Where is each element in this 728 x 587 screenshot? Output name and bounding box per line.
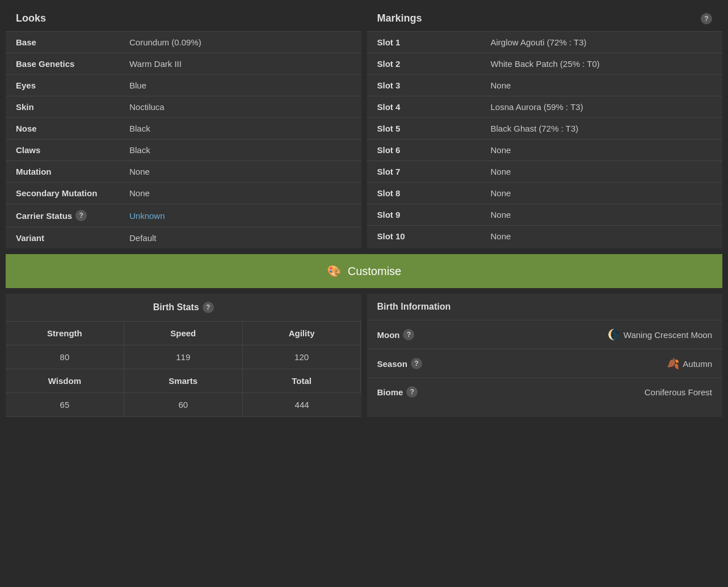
markings-row: Slot 6None <box>367 140 723 161</box>
biome-value: Coniferous Forest <box>645 387 712 397</box>
looks-row-value: Black <box>129 145 351 155</box>
markings-slot-value: White Back Patch (25% : T0) <box>491 59 713 69</box>
season-label: Season ? <box>377 358 422 369</box>
season-value-text: Autumn <box>683 359 712 369</box>
markings-slot-label: Slot 8 <box>377 188 491 198</box>
biome-label-text: Biome <box>377 387 403 397</box>
customise-label: Customise <box>348 265 401 278</box>
birth-info-header: Birth Information <box>367 294 723 320</box>
looks-header: Looks <box>6 6 361 32</box>
leaf-icon: 🍂 <box>667 357 679 370</box>
looks-row-label: Mutation <box>16 167 129 176</box>
moon-row: Moon ? 🌘 Waning Crescent Moon <box>367 320 723 349</box>
looks-row-label: Eyes <box>16 81 129 90</box>
markings-slot-value: Losna Aurora (59% : T3) <box>491 102 713 112</box>
bottom-panels: Birth Stats ? Strength Speed Agility 80 … <box>6 294 722 417</box>
markings-slot-label: Slot 3 <box>377 81 491 90</box>
markings-row: Slot 2White Back Patch (25% : T0) <box>367 53 723 75</box>
col-header-strength: Strength <box>6 322 124 345</box>
birth-info-panel: Birth Information Moon ? 🌘 Waning Cresce… <box>367 294 723 417</box>
moon-help-icon[interactable]: ? <box>403 329 414 340</box>
birth-stats-header: Birth Stats ? <box>6 294 361 322</box>
markings-slot-label: Slot 9 <box>377 210 491 219</box>
col-header-wisdom: Wisdom <box>6 369 124 393</box>
looks-row: MutationNone <box>6 161 361 183</box>
season-value: 🍂 Autumn <box>667 357 712 370</box>
looks-row-label: Nose <box>16 124 129 133</box>
looks-row-value: Corundum (0.09%) <box>129 37 351 47</box>
looks-row-value: None <box>129 188 351 198</box>
markings-row: Slot 9None <box>367 204 723 226</box>
markings-help-icon[interactable]: ? <box>701 13 712 24</box>
looks-row: Carrier Status?Unknown <box>6 204 361 227</box>
markings-slot-value: None <box>491 145 713 155</box>
looks-row: SkinNoctiluca <box>6 96 361 118</box>
moon-icon: 🌘 <box>608 328 620 341</box>
carrier-status-help-icon[interactable]: ? <box>75 210 87 221</box>
customise-icon: 🎨 <box>327 264 341 278</box>
markings-slot-label: Slot 10 <box>377 231 491 241</box>
looks-row: EyesBlue <box>6 75 361 96</box>
main-container: Looks BaseCorundum (0.09%)Base GeneticsW… <box>0 0 728 423</box>
markings-row: Slot 7None <box>367 161 723 183</box>
col-value-agility: 120 <box>243 345 361 369</box>
col-header-speed: Speed <box>124 322 243 345</box>
looks-row-label: Claws <box>16 145 129 155</box>
looks-rows: BaseCorundum (0.09%)Base GeneticsWarm Da… <box>6 32 361 248</box>
col-value-total: 444 <box>243 393 361 417</box>
birth-stats-title: Birth Stats <box>153 302 199 312</box>
col-header-agility: Agility <box>243 322 361 345</box>
biome-help-icon[interactable]: ? <box>406 386 418 398</box>
customise-button[interactable]: 🎨 Customise <box>6 254 722 288</box>
markings-slot-value: None <box>491 188 713 198</box>
moon-value-text: Waning Crescent Moon <box>624 330 712 340</box>
looks-row-value: Default <box>129 233 351 243</box>
col-value-smarts: 60 <box>124 393 243 417</box>
markings-row: Slot 10None <box>367 226 723 247</box>
moon-label-text: Moon <box>377 330 400 340</box>
markings-slot-value: None <box>491 167 713 176</box>
looks-row-value: Warm Dark III <box>129 59 351 69</box>
biome-value-text: Coniferous Forest <box>645 387 712 397</box>
biome-label: Biome ? <box>377 386 418 398</box>
markings-slot-value: Black Ghast (72% : T3) <box>491 124 713 133</box>
moon-label: Moon ? <box>377 329 415 340</box>
markings-row: Slot 5Black Ghast (72% : T3) <box>367 118 723 140</box>
looks-row-value: None <box>129 167 351 176</box>
markings-slot-label: Slot 7 <box>377 167 491 176</box>
markings-row: Slot 4Losna Aurora (59% : T3) <box>367 96 723 118</box>
top-panels: Looks BaseCorundum (0.09%)Base GeneticsW… <box>6 6 722 248</box>
markings-row: Slot 8None <box>367 183 723 204</box>
season-row: Season ? 🍂 Autumn <box>367 349 723 378</box>
markings-row: Slot 1Airglow Agouti (72% : T3) <box>367 32 723 53</box>
birth-info-title: Birth Information <box>377 302 451 311</box>
looks-row-label: Variant <box>16 233 129 243</box>
col-value-wisdom: 65 <box>6 393 124 417</box>
stats-grid-top: Strength Speed Agility 80 119 120 Wisdom… <box>6 322 361 417</box>
looks-row: ClawsBlack <box>6 140 361 161</box>
looks-row-label: Base Genetics <box>16 59 129 69</box>
markings-slot-label: Slot 1 <box>377 37 491 47</box>
looks-panel: Looks BaseCorundum (0.09%)Base GeneticsW… <box>6 6 361 248</box>
looks-row: Base GeneticsWarm Dark III <box>6 53 361 75</box>
looks-row-label: Carrier Status? <box>16 210 129 221</box>
col-header-total: Total <box>243 369 361 393</box>
moon-value: 🌘 Waning Crescent Moon <box>608 328 712 341</box>
markings-row: Slot 3None <box>367 75 723 96</box>
biome-row: Biome ? Coniferous Forest <box>367 378 723 406</box>
season-help-icon[interactable]: ? <box>411 358 422 369</box>
markings-panel: Markings ? Slot 1Airglow Agouti (72% : T… <box>367 6 723 248</box>
looks-row: NoseBlack <box>6 118 361 140</box>
col-header-smarts: Smarts <box>124 369 243 393</box>
looks-row-label: Secondary Mutation <box>16 188 129 198</box>
markings-slot-value: None <box>491 231 713 241</box>
looks-row: VariantDefault <box>6 227 361 248</box>
looks-title: Looks <box>16 12 46 24</box>
col-value-strength: 80 <box>6 345 124 369</box>
looks-row-value: Black <box>129 124 351 133</box>
markings-slot-label: Slot 6 <box>377 145 491 155</box>
markings-rows: Slot 1Airglow Agouti (72% : T3)Slot 2Whi… <box>367 32 723 247</box>
birth-stats-help-icon[interactable]: ? <box>203 302 214 313</box>
markings-slot-value: None <box>491 210 713 219</box>
col-value-speed: 119 <box>124 345 243 369</box>
